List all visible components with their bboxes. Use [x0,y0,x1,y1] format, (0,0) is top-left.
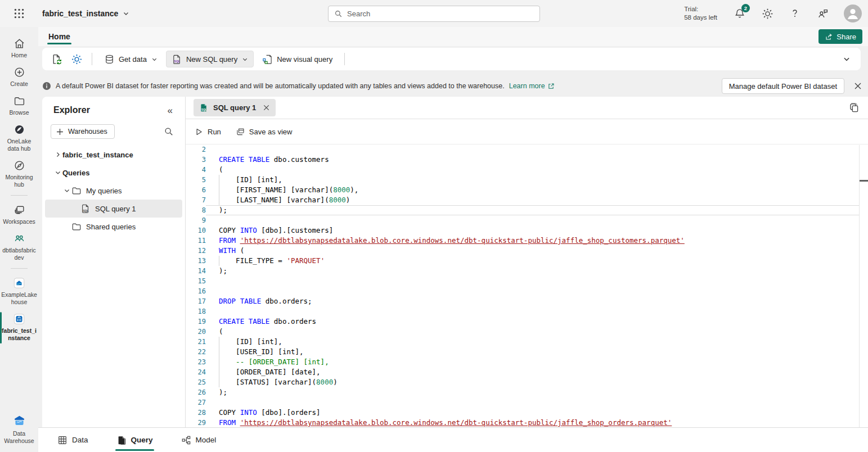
ribbon-tab-row: Home Share [38,27,868,46]
settings-gear-icon[interactable] [68,51,85,67]
code-line-11[interactable]: 11FROM 'https://dbtlabsynapsedatalake.bl… [186,236,868,246]
line-number: 18 [186,306,206,317]
view-tab-data[interactable]: Data [56,428,89,452]
ribbon-toolbar: Get data SQL New SQL query New visual qu… [42,48,861,70]
code-line-28[interactable]: 28COPY INTO [dbo].[orders] [186,408,868,418]
code-line-26[interactable]: 26); [186,387,868,397]
refresh-dataset-icon[interactable] [48,51,65,67]
line-number: 14 [186,266,206,276]
learn-more-link[interactable]: Learn more [509,82,555,90]
rail-item-dbtlabsfabricdev[interactable]: dbtlabsfabricdev [0,229,38,265]
close-tab-icon[interactable] [263,104,270,111]
rail-item-browse[interactable]: Browse [0,92,38,120]
code-line-20[interactable]: 20( [186,327,868,337]
folder-icon [71,222,82,232]
code-line-8[interactable]: 8); [186,205,868,215]
rail-divider [11,195,28,196]
get-data-button[interactable]: Get data [99,51,163,67]
home-icon [13,37,25,49]
chevron-down-icon [242,56,248,62]
code-line-4[interactable]: 4( [186,165,868,175]
explorer-panel: Explorer « Warehouses fabric_test_instan… [42,97,186,427]
explorer-search-icon[interactable] [164,126,174,137]
rail-item-monitoring-hub[interactable]: Monitoring hub [0,156,38,192]
save-as-view-button[interactable]: Save as view [236,127,293,137]
run-button[interactable]: Run [194,127,221,137]
code-line-18[interactable]: 18 [186,306,868,317]
view-tab-model[interactable]: Model [180,428,218,452]
help-button[interactable] [789,7,801,20]
sql-code-editor[interactable]: 23CREATE TABLE dbo.customers4(5 [ID] [in… [186,144,868,427]
share-icon [825,33,833,41]
code-line-12[interactable]: 12WITH ( [186,246,868,256]
share-button[interactable]: Share [818,29,862,44]
monitoring-icon [13,159,25,171]
chevron-down-icon[interactable] [62,187,71,194]
new-warehouse-button[interactable]: Warehouses [51,124,115,139]
code-line-19[interactable]: 19CREATE TABLE dbo.orders [186,317,868,327]
code-line-24[interactable]: 24 [ORDER_DATE] [date], [186,367,868,377]
code-line-27[interactable]: 27 [186,397,868,408]
search-input[interactable] [347,10,534,18]
line-number: 27 [186,397,206,408]
code-line-17[interactable]: 17DROP TABLE dbo.orders; [186,296,868,306]
code-line-29[interactable]: 29FROM 'https://dbtlabsynapsedatalake.bl… [186,418,868,427]
top-bar: fabric_test_instance Trial: 58 days left… [0,0,868,27]
account-avatar[interactable] [844,4,862,22]
rail-item-fabric-test-instance[interactable]: fabric_test_instance [0,310,38,346]
new-sql-query-button[interactable]: SQL New SQL query [166,51,254,67]
code-line-15[interactable]: 15 [186,276,868,286]
rail-item-examplelakehouse[interactable]: ExampleLakehouse [0,274,38,310]
line-number: 22 [186,347,206,357]
rail-item-workspaces[interactable]: Workspaces [0,201,38,229]
tree-item-my-queries[interactable]: My queries [45,182,182,200]
copy-icon[interactable] [848,102,860,114]
code-line-13[interactable]: 13 FILE_TYPE = 'PARQUET' [186,256,868,266]
code-line-21[interactable]: 21 [ID] [int], [186,337,868,347]
code-line-14[interactable]: 14); [186,266,868,276]
code-line-22[interactable]: 22 [USER_ID] [int], [186,347,868,357]
rail-item-onelake-data-hub[interactable]: OneLake data hub [0,120,38,156]
tree-item-shared-queries[interactable]: Shared queries [45,218,182,236]
query-tab[interactable]: SQL SQL query 1 [194,99,276,116]
toolbar-divider [92,53,92,65]
code-line-25[interactable]: 25 [STATUS] [varchar](8000) [186,377,868,387]
rail-item-home[interactable]: Home [0,34,38,63]
browse-icon [13,94,25,107]
tree-item-queries[interactable]: Queries [45,164,182,182]
visual-query-icon [262,54,273,65]
tree-item-fabric-test-instance[interactable]: fabric_test_instance [45,146,182,164]
feedback-button[interactable] [816,7,829,20]
tree-item-sql-query-1[interactable]: SQLSQL query 1 [45,200,182,218]
rail-item-data-warehouse[interactable]: Data Warehouse [0,411,38,449]
code-line-10[interactable]: 10COPY INTO [dbo].[customers] [186,225,868,236]
line-number: 15 [186,276,206,286]
fabric-warehouse-app: fabric_test_instance Trial: 58 days left… [0,0,868,452]
workspace-switcher[interactable]: fabric_test_instance [42,9,129,18]
code-line-6[interactable]: 6 [FIRST_NAME] [varchar](8000), [186,185,868,195]
close-banner-icon[interactable] [852,80,863,92]
chevron-down-icon [151,56,158,62]
chevron-down-icon[interactable] [53,169,62,176]
manage-dataset-button[interactable]: Manage default Power BI dataset [722,78,844,94]
view-tab-query[interactable]: Query [115,428,154,452]
code-line-16[interactable]: 16 [186,286,868,296]
code-line-7[interactable]: 7 [LAST_NAME] [varchar](8000) [186,195,868,205]
notifications-button[interactable]: 2 [734,7,746,20]
settings-button[interactable] [761,7,773,20]
tab-home[interactable]: Home [47,29,71,44]
code-line-23[interactable]: 23 -- [ORDER_DATE] [int], [186,357,868,367]
code-line-2[interactable]: 2 [186,144,868,155]
editor-overview-ruler[interactable] [859,145,860,427]
datawarehouse-icon [12,414,26,428]
collapse-ribbon-chevron[interactable] [843,55,851,63]
chevron-right-icon[interactable] [53,151,62,158]
new-visual-query-button[interactable]: New visual query [257,51,338,67]
app-launcher-icon[interactable] [0,7,38,20]
rail-item-create[interactable]: Create [0,63,38,92]
code-line-3[interactable]: 3CREATE TABLE dbo.customers [186,155,868,165]
code-line-5[interactable]: 5 [ID] [int], [186,175,868,185]
collapse-panel-icon[interactable]: « [168,106,173,115]
code-line-9[interactable]: 9 [186,215,868,225]
line-number: 5 [186,175,206,185]
